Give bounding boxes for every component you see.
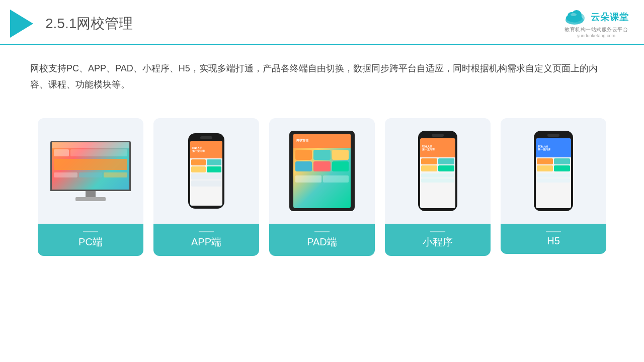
logo-url: yunduoketang.com	[577, 33, 615, 38]
phone-mockup-app: 职途人的第一堂问课	[188, 133, 224, 209]
tablet-screen: 网校管理	[293, 134, 351, 208]
pc-screen	[50, 141, 131, 191]
pc-neck	[86, 191, 96, 197]
card-pc: PC端	[38, 118, 143, 256]
card-pad-image: 网校管理	[269, 118, 375, 224]
description-text: 网校支持PC、APP、PAD、小程序、H5，实现多端打通，产品各终端自由切换，数…	[0, 45, 644, 103]
phone-screen-app: 职途人的第一堂问课	[190, 141, 222, 206]
card-app-image: 职途人的第一堂问课	[153, 118, 259, 224]
card-miniapp-label: 小程序	[385, 224, 491, 256]
card-h5: 职途人的第一堂问课	[501, 118, 606, 254]
title-main: 网校管理	[76, 16, 133, 31]
card-h5-label: H5	[501, 224, 606, 254]
cards-container: PC端 职途人的第一堂问课	[0, 108, 644, 266]
phone-notch-h5	[547, 134, 559, 137]
tablet-mockup: 网校管理	[289, 131, 355, 211]
phone-screen-h5: 职途人的第一堂问课	[536, 138, 571, 208]
logo-text: 云朵课堂	[591, 11, 629, 23]
card-app: 职途人的第一堂问课	[153, 118, 259, 256]
pc-mockup	[50, 141, 131, 201]
logo-area: 云朵课堂 教育机构一站式服务云平台 yunduoketang.com	[564, 9, 629, 38]
logo-cloud: 云朵课堂	[564, 9, 629, 25]
description-content: 网校支持PC、APP、PAD、小程序、H5，实现多端打通，产品各终端自由切换，数…	[30, 60, 614, 93]
phone-mockup-h5: 职途人的第一堂问课	[534, 131, 573, 211]
page-title: 2.5.1网校管理	[45, 14, 133, 33]
cloud-icon	[564, 9, 588, 25]
card-pc-label: PC端	[38, 224, 143, 256]
card-miniapp: 职途人的第一堂问课	[385, 118, 491, 256]
svg-point-6	[571, 13, 577, 16]
header: 2.5.1网校管理 云朵课堂 教育机构一站式服务云平台 yunduoketang…	[0, 0, 644, 45]
card-app-label: APP端	[153, 224, 259, 256]
pc-base	[75, 197, 106, 201]
play-icon	[10, 10, 33, 38]
title-prefix: 2.5.1	[45, 16, 76, 31]
card-h5-image: 职途人的第一堂问课	[501, 118, 606, 224]
header-left: 2.5.1网校管理	[10, 10, 133, 38]
phone-screen-miniapp: 职途人的第一堂问课	[420, 138, 455, 208]
card-miniapp-image: 职途人的第一堂问课	[385, 118, 491, 224]
logo-subtitle: 教育机构一站式服务云平台	[565, 26, 628, 33]
card-pad-label: PAD端	[269, 224, 375, 256]
phone-notch-miniapp	[432, 134, 444, 137]
phone-notch	[200, 136, 212, 139]
phone-mockup-miniapp: 职途人的第一堂问课	[418, 131, 457, 211]
card-pc-image	[38, 118, 143, 224]
card-pad: 网校管理	[269, 118, 375, 256]
